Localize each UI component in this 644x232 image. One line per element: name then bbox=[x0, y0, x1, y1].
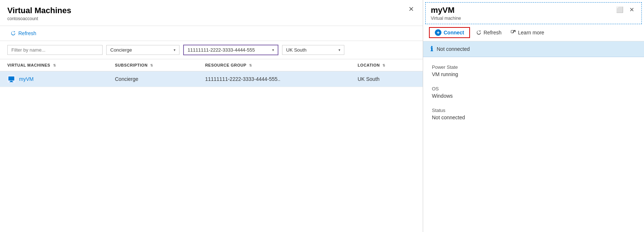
col-vm-label: VIRTUAL MACHINES bbox=[7, 63, 50, 67]
col-location: LOCATION ⇅ bbox=[350, 59, 423, 71]
not-connected-banner: ℹ Not connected bbox=[423, 41, 644, 57]
right-panel: myVM Virtual machine ⬜ ✕ + Connect Refre… bbox=[423, 0, 644, 232]
power-state-label: Power State bbox=[432, 64, 635, 70]
filter-by-name-input[interactable] bbox=[7, 45, 103, 55]
subscription-filter-value: Concierge bbox=[110, 47, 171, 53]
vm-subscription-cell: Concierge bbox=[108, 71, 198, 87]
right-toolbar: + Connect Refresh Learn more bbox=[423, 24, 644, 41]
col-subscription-sort-icon[interactable]: ⇅ bbox=[150, 64, 153, 67]
status-value: Not connected bbox=[432, 115, 635, 120]
table-row[interactable]: myVM Concierge 11111111-2222-3333-4444-5… bbox=[0, 71, 423, 87]
right-close-icon: ✕ bbox=[629, 7, 634, 13]
os-label: OS bbox=[432, 86, 635, 91]
left-header: Virtual Machines contosoaccount ✕ bbox=[0, 0, 423, 26]
power-state-group: Power State VM running bbox=[432, 64, 635, 77]
left-title-row: Virtual Machines contosoaccount ✕ bbox=[7, 6, 415, 21]
vm-name-link[interactable]: myVM bbox=[19, 76, 34, 82]
vm-table-container: VIRTUAL MACHINES ⇅ SUBSCRIPTION ⇅ RESOUR… bbox=[0, 59, 423, 232]
right-close-button[interactable]: ✕ bbox=[627, 5, 636, 14]
col-vm: VIRTUAL MACHINES ⇅ bbox=[0, 59, 108, 71]
maximize-icon: ⬜ bbox=[616, 7, 623, 13]
os-value: Windows bbox=[432, 93, 635, 99]
close-button[interactable]: ✕ bbox=[407, 6, 415, 12]
table-header-row: VIRTUAL MACHINES ⇅ SUBSCRIPTION ⇅ RESOUR… bbox=[0, 59, 423, 71]
right-panel-subtitle: Virtual machine bbox=[431, 16, 461, 21]
connect-label: Connect bbox=[444, 30, 464, 35]
refresh-label: Refresh bbox=[18, 30, 36, 36]
right-title-row: myVM Virtual machine ⬜ ✕ bbox=[431, 5, 636, 21]
col-resource-group: RESOURCE GROUP ⇅ bbox=[198, 59, 350, 71]
power-state-value: VM running bbox=[432, 71, 635, 77]
subscription-filter[interactable]: Concierge ▾ bbox=[106, 45, 179, 55]
right-refresh-label: Refresh bbox=[484, 30, 501, 35]
os-group: OS Windows bbox=[432, 86, 635, 99]
col-resource-sort-icon[interactable]: ⇅ bbox=[249, 64, 252, 67]
not-connected-text: Not connected bbox=[437, 46, 470, 52]
col-location-sort-icon[interactable]: ⇅ bbox=[382, 64, 386, 67]
info-icon: ℹ bbox=[430, 45, 433, 53]
right-refresh-icon bbox=[476, 30, 482, 35]
vm-icon bbox=[7, 75, 15, 83]
filters-row: Concierge ▾ 11111111-2222-3333-4444-555 … bbox=[0, 41, 423, 59]
page-subtitle: contosoaccount bbox=[7, 16, 71, 21]
col-subscription: SUBSCRIPTION ⇅ bbox=[108, 59, 198, 71]
col-subscription-label: SUBSCRIPTION bbox=[115, 63, 148, 67]
resource-group-chevron-icon: ▾ bbox=[272, 48, 274, 52]
refresh-button[interactable]: Refresh bbox=[7, 29, 39, 38]
vm-name-cell: myVM bbox=[0, 71, 108, 87]
svg-rect-3 bbox=[10, 82, 13, 82]
resource-group-filter[interactable]: 11111111-2222-3333-4444-555 ▾ bbox=[183, 45, 278, 55]
location-chevron-icon: ▾ bbox=[338, 48, 340, 52]
learn-more-button[interactable]: Learn more bbox=[507, 28, 547, 37]
location-filter[interactable]: UK South ▾ bbox=[282, 45, 344, 55]
col-resource-group-label: RESOURCE GROUP bbox=[205, 63, 247, 67]
refresh-icon bbox=[10, 30, 16, 36]
right-header-dashed: myVM Virtual machine ⬜ ✕ bbox=[425, 2, 642, 24]
vm-name-wrapper: myVM bbox=[7, 75, 100, 83]
right-panel-title: myVM bbox=[431, 5, 461, 15]
vm-location-cell: UK South bbox=[350, 71, 423, 87]
svg-rect-2 bbox=[10, 81, 12, 82]
resource-group-filter-value: 11111111-2222-3333-4444-555 bbox=[188, 47, 270, 53]
vm-table: VIRTUAL MACHINES ⇅ SUBSCRIPTION ⇅ RESOUR… bbox=[0, 59, 423, 87]
right-title-controls: ⬜ ✕ bbox=[614, 5, 636, 14]
details-section: Power State VM running OS Windows Status… bbox=[423, 57, 644, 232]
status-group: Status Not connected bbox=[432, 108, 635, 120]
maximize-button[interactable]: ⬜ bbox=[614, 5, 626, 14]
connect-button[interactable]: + Connect bbox=[429, 27, 470, 38]
table-header: VIRTUAL MACHINES ⇅ SUBSCRIPTION ⇅ RESOUR… bbox=[0, 59, 423, 71]
table-body: myVM Concierge 11111111-2222-3333-4444-5… bbox=[0, 71, 423, 87]
right-title-group: myVM Virtual machine bbox=[431, 5, 461, 21]
col-location-label: LOCATION bbox=[358, 63, 380, 67]
col-vm-sort-icon[interactable]: ⇅ bbox=[53, 64, 56, 67]
learn-more-label: Learn more bbox=[518, 30, 544, 35]
page-title: Virtual Machines bbox=[7, 6, 71, 15]
left-title-group: Virtual Machines contosoaccount bbox=[7, 6, 71, 21]
status-label: Status bbox=[432, 108, 635, 113]
connect-plus-icon: + bbox=[435, 29, 441, 36]
location-filter-value: UK South bbox=[286, 47, 336, 53]
left-panel: Virtual Machines contosoaccount ✕ Refres… bbox=[0, 0, 423, 232]
left-toolbar: Refresh bbox=[0, 26, 423, 41]
close-icon: ✕ bbox=[408, 5, 414, 13]
vm-resource-group-cell: 11111111-2222-3333-4444-555.. bbox=[198, 71, 350, 87]
learn-more-icon bbox=[510, 30, 516, 35]
svg-rect-1 bbox=[8, 76, 14, 81]
right-refresh-button[interactable]: Refresh bbox=[473, 28, 504, 37]
subscription-chevron-icon: ▾ bbox=[174, 48, 175, 52]
